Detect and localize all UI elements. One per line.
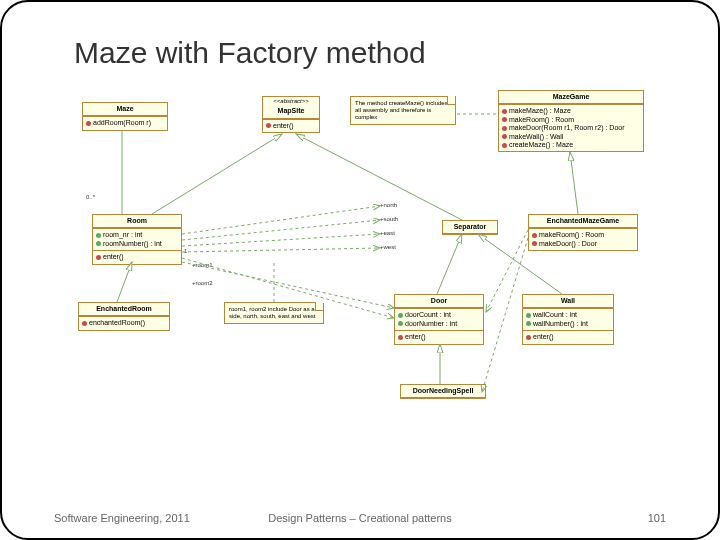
class-name: DoorNeedingSpell (401, 385, 485, 398)
vis-icon (398, 313, 403, 318)
vis-icon (526, 321, 531, 326)
class-name: EnchantedRoom (79, 303, 169, 316)
vis-icon (96, 255, 101, 260)
svg-line-6 (570, 152, 578, 214)
vis-icon (502, 143, 507, 148)
multiplicity-one: 1 (184, 248, 187, 254)
svg-line-9 (182, 220, 380, 240)
role-room2: +room2 (192, 280, 213, 286)
vis-icon (532, 233, 537, 238)
vis-icon (96, 241, 101, 246)
class-doorneedingspell: DoorNeedingSpell (400, 384, 486, 399)
note-room-sides: room1, room2 include Door as a side, nor… (224, 302, 324, 324)
multiplicity-label: 0..* (86, 194, 95, 200)
vis-icon (502, 109, 507, 114)
role-west: +west (380, 244, 396, 250)
class-enchantedroom: EnchantedRoom enchantedRoom() (78, 302, 170, 331)
note-createmaze: The method createMaze() includes all ass… (350, 96, 456, 125)
vis-icon (502, 134, 507, 139)
vis-icon (266, 123, 271, 128)
stereotype: <<abstract>> (263, 97, 319, 105)
role-room1: +room1 (192, 262, 213, 268)
vis-icon (526, 335, 531, 340)
uml-diagram: Maze addRoom(Room r) <<abstract>> MapSit… (62, 102, 662, 442)
vis-icon (526, 313, 531, 318)
footer-center: Design Patterns – Creational patterns (2, 512, 718, 524)
svg-line-11 (182, 248, 380, 252)
class-separator: Separator (442, 220, 498, 235)
slide-frame: Maze with Factory method Maze addRoom(Ro… (0, 0, 720, 540)
class-mazegame: MazeGame makeMaze() : Maze makeRoom() : … (498, 90, 644, 152)
class-name: Maze (83, 103, 167, 116)
vis-icon (532, 241, 537, 246)
vis-icon (82, 321, 87, 326)
svg-line-1 (152, 134, 282, 214)
role-south: +south (380, 216, 398, 222)
vis-icon (502, 126, 507, 131)
connector-lines (62, 102, 662, 442)
vis-icon (86, 121, 91, 126)
footer-page-number: 101 (648, 512, 666, 524)
class-room: Room room_nr : int roomNumber() : int en… (92, 214, 182, 265)
class-name: Door (395, 295, 483, 308)
svg-line-5 (117, 262, 132, 302)
svg-line-8 (182, 206, 380, 234)
class-name: Separator (443, 221, 497, 234)
class-name: EnchantedMazeGame (529, 215, 637, 228)
class-wall: Wall wallCount : int wallNumber() : int … (522, 294, 614, 345)
class-enchantedmazegame: EnchantedMazeGame makeRoom() : Room make… (528, 214, 638, 251)
vis-icon (398, 335, 403, 340)
class-door: Door doorCount : int doorNumber : int en… (394, 294, 484, 345)
role-north: +north (380, 202, 397, 208)
class-name: Room (93, 215, 181, 228)
svg-line-2 (296, 134, 462, 220)
role-east: +east (380, 230, 395, 236)
vis-icon (398, 321, 403, 326)
class-name: Wall (523, 295, 613, 308)
vis-icon (96, 233, 101, 238)
svg-line-3 (437, 234, 462, 294)
page-title: Maze with Factory method (74, 36, 426, 70)
class-name: MazeGame (499, 91, 643, 104)
class-mapsite: <<abstract>> MapSite enter() (262, 96, 320, 133)
svg-line-10 (182, 234, 380, 246)
class-name: MapSite (263, 105, 319, 118)
class-maze: Maze addRoom(Room r) (82, 102, 168, 131)
vis-icon (502, 117, 507, 122)
